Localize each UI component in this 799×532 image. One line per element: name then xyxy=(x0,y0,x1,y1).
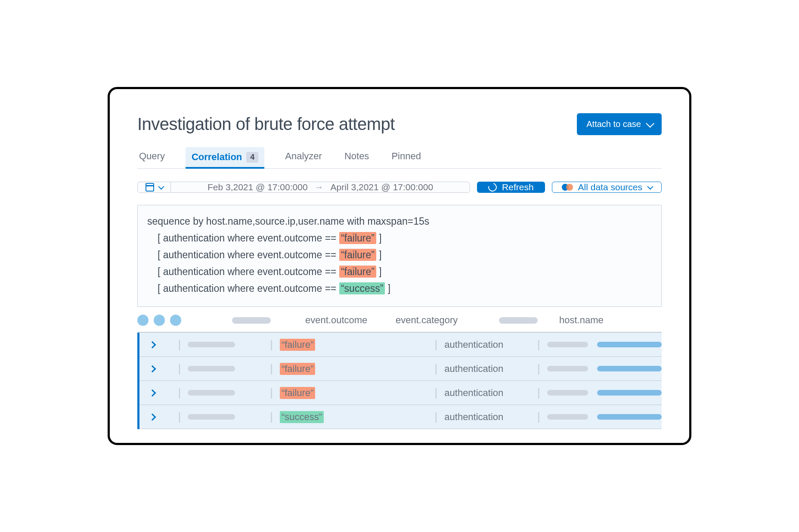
placeholder-pill xyxy=(188,414,235,420)
placeholder-pill xyxy=(597,414,662,420)
cell-placeholder: | xyxy=(537,386,597,399)
tab-analyzer[interactable]: Analyzer xyxy=(283,148,324,168)
cell-placeholder: | xyxy=(178,362,270,375)
tab-correlation-label: Correlation xyxy=(192,152,242,163)
calendar-icon xyxy=(146,183,154,192)
query-line: sequence by host.name,source.ip,user.nam… xyxy=(147,213,652,230)
chevron-down-icon xyxy=(158,184,164,190)
outcome-token: “failure” xyxy=(339,266,376,278)
table-row[interactable]: ||“success”|authentication| xyxy=(139,405,662,429)
tab-pinned[interactable]: Pinned xyxy=(390,148,423,168)
results-body: ||“failure”|authentication|||“failure”|a… xyxy=(137,333,662,429)
cell-placeholder: | xyxy=(537,362,597,375)
outcome-value: “failure” xyxy=(280,363,316,375)
cell-event-outcome: |“failure” xyxy=(270,386,345,399)
toolbar: Feb 3,2021 @ 17:00:000 → April 3,2021 @ … xyxy=(137,182,662,193)
category-value: authentication xyxy=(444,387,503,399)
query-clause: [ authentication where event.outcome == … xyxy=(147,230,652,247)
expand-row-toggle[interactable] xyxy=(139,414,178,420)
cell-event-category: |authentication xyxy=(435,386,537,399)
cell-host-name xyxy=(597,414,662,420)
outcome-token: “success” xyxy=(339,282,385,294)
refresh-label: Refresh xyxy=(502,182,534,192)
category-value: authentication xyxy=(444,363,503,374)
cell-host-name xyxy=(597,390,662,396)
placeholder-pill xyxy=(188,366,235,371)
placeholder-pill xyxy=(597,366,662,371)
date-range-display: Feb 3,2021 @ 17:00:000 → April 3,2021 @ … xyxy=(171,182,470,192)
header: Investigation of brute force attempt Att… xyxy=(137,113,662,135)
cell-event-category: |authentication xyxy=(435,410,537,424)
outcome-value: “success” xyxy=(280,411,324,423)
cell-event-category: |authentication xyxy=(435,362,537,375)
col-event-outcome[interactable]: event.outcome xyxy=(305,315,367,326)
query-clause: [ authentication where event.outcome == … xyxy=(147,280,652,297)
category-value: authentication xyxy=(444,411,503,423)
placeholder-pill xyxy=(547,366,588,371)
cell-host-name xyxy=(597,366,662,371)
chevron-down-icon xyxy=(647,184,653,190)
placeholder-pill xyxy=(597,342,662,347)
chevron-right-icon xyxy=(149,341,156,348)
tab-notes[interactable]: Notes xyxy=(343,148,371,168)
col-event-category[interactable]: event.category xyxy=(396,315,458,326)
date-picker-toggle[interactable] xyxy=(138,182,171,192)
results-column-header: event.outcome event.category host.name xyxy=(137,315,662,333)
cell-placeholder: | xyxy=(178,386,270,399)
table-row[interactable]: ||“failure”|authentication| xyxy=(139,333,662,357)
date-range-picker[interactable]: Feb 3,2021 @ 17:00:000 → April 3,2021 @ … xyxy=(137,182,470,193)
placeholder-pill xyxy=(232,317,271,324)
dot-icon xyxy=(154,315,165,326)
outcome-value: “failure” xyxy=(280,387,316,399)
tab-analyzer-label: Analyzer xyxy=(285,151,322,162)
query-clause: [ authentication where event.outcome == … xyxy=(147,263,652,280)
col-host-name[interactable]: host.name xyxy=(559,315,604,326)
data-sources-button[interactable]: All data sources xyxy=(552,182,662,193)
placeholder-pill xyxy=(547,414,588,420)
tab-query-label: Query xyxy=(139,151,165,162)
refresh-icon xyxy=(486,181,498,193)
expand-row-toggle[interactable] xyxy=(139,366,178,371)
outcome-token: “failure” xyxy=(339,249,376,261)
cell-event-outcome: |“failure” xyxy=(270,338,345,351)
expand-row-toggle[interactable] xyxy=(139,390,178,396)
date-from: Feb 3,2021 @ 17:00:000 xyxy=(207,182,308,192)
tab-query[interactable]: Query xyxy=(137,148,167,168)
tab-notes-label: Notes xyxy=(344,151,369,162)
cell-placeholder: | xyxy=(178,338,270,351)
cell-placeholder: | xyxy=(178,410,270,424)
data-sources-icon xyxy=(562,184,573,191)
chevron-right-icon xyxy=(149,389,156,396)
table-row[interactable]: ||“failure”|authentication| xyxy=(139,357,662,381)
query-clause: [ authentication where event.outcome == … xyxy=(147,247,652,263)
arrow-right-icon: → xyxy=(315,182,324,192)
tabs: Query Correlation 4 Analyzer Notes Pinne… xyxy=(137,147,662,169)
category-value: authentication xyxy=(444,339,503,350)
dot-icon xyxy=(170,315,181,326)
attach-to-case-button[interactable]: Attach to case xyxy=(577,113,662,135)
placeholder-pill xyxy=(547,390,588,396)
cell-placeholder: | xyxy=(537,338,597,351)
dot-icon xyxy=(137,315,149,326)
placeholder-pill xyxy=(597,390,662,396)
expand-row-toggle[interactable] xyxy=(139,342,178,347)
refresh-button[interactable]: Refresh xyxy=(477,182,545,193)
outcome-value: “failure” xyxy=(280,339,316,351)
app-window: Investigation of brute force attempt Att… xyxy=(108,87,691,445)
data-sources-label: All data sources xyxy=(578,182,642,192)
chevron-right-icon xyxy=(149,365,156,372)
placeholder-pill xyxy=(547,342,588,347)
placeholder-pill xyxy=(188,342,235,347)
table-row[interactable]: ||“failure”|authentication| xyxy=(139,381,662,405)
tab-correlation[interactable]: Correlation 4 xyxy=(186,147,264,169)
cell-placeholder: | xyxy=(537,410,597,424)
placeholder-pill xyxy=(499,317,538,324)
tab-correlation-badge: 4 xyxy=(246,152,258,163)
attach-to-case-label: Attach to case xyxy=(586,119,641,129)
eql-query-panel[interactable]: sequence by host.name,source.ip,user.nam… xyxy=(137,205,662,307)
cell-host-name xyxy=(597,342,662,347)
chevron-down-icon xyxy=(646,119,654,127)
placeholder-pill xyxy=(188,390,235,396)
outcome-token: “failure” xyxy=(339,232,376,244)
cell-event-category: |authentication xyxy=(435,338,537,351)
